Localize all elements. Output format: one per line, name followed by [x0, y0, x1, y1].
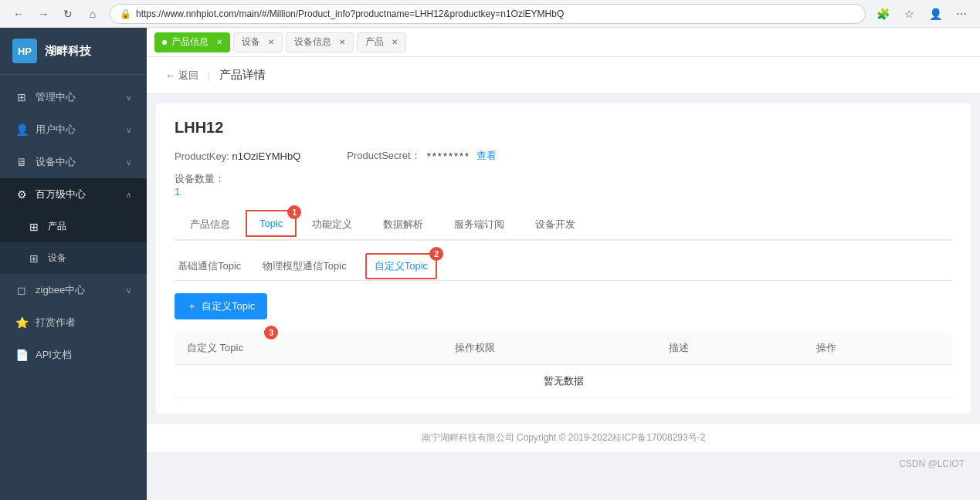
device-count-label: 设备数量： [175, 173, 225, 184]
app-layout: HP 湖畔科技 ⊞ 管理中心 ∨ 👤 用户中心 ∨ 🖥 设备中心 ∨ ⚙ 百 [0, 28, 980, 500]
device-icon: ⊞ [28, 252, 40, 265]
header-divider: | [208, 69, 210, 81]
col-custom-topic: 自定义 Topic [175, 332, 443, 365]
col-permission: 操作权限 [443, 332, 656, 365]
back-label: 返回 [178, 69, 198, 83]
device-center-icon: 🖥 [15, 156, 28, 168]
product-secret-dots: ******** [427, 150, 470, 162]
data-table: 自定义 Topic 操作权限 描述 操作 暂无数据 [175, 332, 952, 398]
sub-tab-basic[interactable]: 基础通信Topic [175, 253, 244, 281]
tab-product-info-close[interactable]: ✕ [216, 38, 222, 46]
api-label: API文档 [36, 348, 131, 362]
menu-button[interactable]: ⋯ [951, 3, 972, 25]
tab-device-info-close[interactable]: ✕ [339, 38, 345, 46]
forward-nav-button[interactable]: → [32, 3, 54, 25]
admin-label: 管理中心 [36, 90, 118, 104]
back-nav-button[interactable]: ← [8, 3, 29, 25]
device-count-row: 设备数量： 1 [175, 172, 952, 198]
topic-tab-wrapper: Topic 1 [246, 210, 297, 239]
tab-dot [162, 40, 167, 45]
product-secret-label: ProductSecret： [347, 149, 420, 163]
sub-tab-custom[interactable]: 自定义Topic 2 [365, 253, 437, 279]
product-key-value: n1OziEYMHbQ [232, 150, 300, 162]
sidebar-item-device-center[interactable]: 🖥 设备中心 ∨ [0, 146, 147, 178]
tab-product-label: 产品 [365, 35, 384, 49]
product-key-label: ProductKey: [175, 150, 229, 162]
sub-tab-physical[interactable]: 物理模型通信Topic [259, 253, 349, 281]
sidebar-item-million[interactable]: ⚙ 百万级中心 ∧ [0, 178, 147, 211]
back-arrow-icon: ← [165, 69, 175, 81]
reward-icon: ⭐ [15, 316, 28, 329]
zigbee-arrow: ∨ [126, 286, 131, 295]
add-button-area: ＋ 自定义Topic 3 [175, 293, 267, 332]
sidebar-item-device[interactable]: ⊞ 设备 [0, 242, 147, 274]
sidebar-item-api[interactable]: 📄 API文档 [0, 339, 147, 371]
device-label: 设备 [48, 252, 131, 265]
tab-bar: 产品信息 ✕ 设备 ✕ 设备信息 ✕ 产品 ✕ [147, 28, 980, 57]
user-label: 用户中心 [36, 123, 118, 137]
inner-tab-topic[interactable]: Topic 1 [246, 210, 297, 237]
tab-device-label: 设备 [242, 35, 260, 49]
admin-arrow: ∨ [126, 93, 131, 102]
tab-product[interactable]: 产品 ✕ [357, 32, 406, 52]
custom-topic-badge: 2 [429, 247, 443, 261]
sidebar: HP 湖畔科技 ⊞ 管理中心 ∨ 👤 用户中心 ∨ 🖥 设备中心 ∨ ⚙ 百 [0, 28, 147, 500]
reload-button[interactable]: ↻ [57, 3, 79, 25]
tab-product-close[interactable]: ✕ [392, 38, 398, 46]
sidebar-item-zigbee[interactable]: ◻ zigbee中心 ∨ [0, 274, 147, 306]
footer-text: 南宁湖畔科技有限公司 Copyright © 2019-2022桂ICP备170… [422, 432, 706, 443]
device-count-value: 1 [175, 186, 180, 198]
custom-topic-wrapper: 自定义Topic 2 [365, 253, 437, 280]
sidebar-item-reward[interactable]: ⭐ 打赏作者 [0, 306, 147, 339]
sidebar-menu: ⊞ 管理中心 ∨ 👤 用户中心 ∨ 🖥 设备中心 ∨ ⚙ 百万级中心 ∧ [0, 75, 147, 377]
browser-bar: ← → ↻ ⌂ 🔒 https://www.nnhpiot.com/main/#… [0, 0, 980, 28]
sidebar-sub-menu: ⊞ 产品 ⊞ 设备 [0, 211, 147, 274]
tab-device-info[interactable]: 设备信息 ✕ [286, 32, 354, 52]
sidebar-item-user[interactable]: 👤 用户中心 ∨ [0, 113, 147, 146]
url-text: https://www.nnhpiot.com/main/#/Million/P… [136, 8, 564, 19]
nav-buttons: ← → ↻ ⌂ [8, 3, 103, 25]
extensions-button[interactable]: 🧩 [872, 3, 894, 25]
device-center-label: 设备中心 [36, 155, 118, 169]
home-button[interactable]: ⌂ [82, 3, 103, 25]
million-icon: ⚙ [15, 188, 28, 201]
tab-device-info-label: 设备信息 [294, 35, 331, 49]
inner-tab-server-sub[interactable]: 服务端订阅 [439, 210, 520, 241]
address-bar[interactable]: 🔒 https://www.nnhpiot.com/main/#/Million… [110, 4, 866, 24]
inner-tab-data-parse[interactable]: 数据解析 [368, 210, 439, 241]
page-content: ← 返回 | 产品详情 LHH12 ProductKey: n1OziEYMHb… [147, 57, 980, 500]
inner-tab-device-dev[interactable]: 设备开发 [520, 210, 591, 241]
user-icon: 👤 [15, 123, 28, 136]
api-icon: 📄 [15, 349, 28, 361]
sidebar-item-admin[interactable]: ⊞ 管理中心 ∨ [0, 81, 147, 113]
main-content: 产品信息 ✕ 设备 ✕ 设备信息 ✕ 产品 ✕ ← 返回 [147, 28, 980, 500]
zigbee-icon: ◻ [15, 284, 28, 296]
product-icon: ⊞ [28, 221, 40, 233]
admin-icon: ⊞ [15, 91, 28, 103]
page-title: 产品详情 [219, 68, 266, 83]
add-custom-topic-button[interactable]: ＋ 自定义Topic [175, 293, 267, 319]
product-name: LHH12 [175, 119, 952, 137]
col-description: 描述 [656, 332, 805, 365]
device-center-arrow: ∨ [126, 158, 131, 167]
tab-device-close[interactable]: ✕ [268, 38, 274, 46]
browser-actions: 🧩 ☆ 👤 ⋯ [872, 3, 972, 25]
lock-icon: 🔒 [120, 8, 131, 19]
view-link[interactable]: 查看 [476, 149, 497, 163]
product-info-row: ProductKey: n1OziEYMHbQ ProductSecret： *… [175, 149, 952, 163]
product-secret-section: ProductSecret： ******** 查看 [347, 149, 497, 163]
inner-tabs: 产品信息 Topic 1 功能定义 数据解析 服务端订阅 设备开发 [175, 210, 952, 241]
sidebar-item-product[interactable]: ⊞ 产品 [0, 211, 147, 242]
add-button-label: 自定义Topic [202, 299, 255, 313]
back-button[interactable]: ← 返回 [165, 69, 198, 83]
favorites-button[interactable]: ☆ [898, 3, 920, 25]
inner-tab-function[interactable]: 功能定义 [297, 210, 368, 241]
million-arrow: ∧ [126, 191, 131, 199]
product-label: 产品 [48, 220, 131, 233]
tab-device[interactable]: 设备 ✕ [233, 32, 283, 52]
tab-product-info[interactable]: 产品信息 ✕ [154, 32, 230, 52]
profile-button[interactable]: 👤 [924, 3, 946, 25]
product-card: LHH12 ProductKey: n1OziEYMHbQ ProductSec… [156, 103, 971, 414]
inner-tab-product-info[interactable]: 产品信息 [175, 210, 246, 241]
watermark: CSDN @LCIOT [899, 458, 965, 469]
